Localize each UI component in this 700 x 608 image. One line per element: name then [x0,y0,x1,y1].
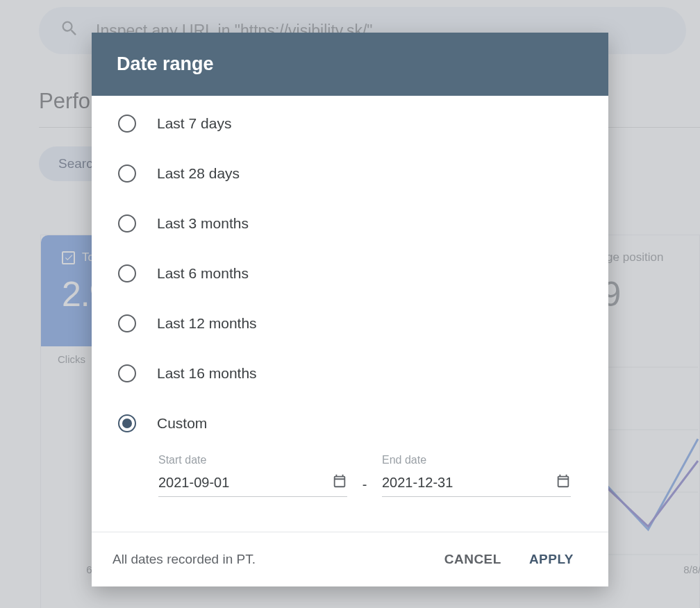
radio-option-custom[interactable]: Custom [118,398,608,448]
radio-unchecked-icon [118,164,136,183]
radio-unchecked-icon [118,115,136,133]
calendar-icon[interactable] [556,473,571,492]
custom-date-fields: Start date 2021-09-01 - End date 2021-12… [118,454,608,497]
end-date-value[interactable]: 2021-12-31 [382,475,556,491]
radio-label: Last 16 months [157,365,257,382]
end-date-field[interactable]: End date 2021-12-31 [382,454,571,497]
radio-unchecked-icon [118,214,136,233]
calendar-icon[interactable] [332,473,347,492]
radio-option-last-28-days[interactable]: Last 28 days [118,149,608,199]
radio-option-last-7-days[interactable]: Last 7 days [118,99,608,149]
timezone-note: All dates recorded in PT. [112,552,431,567]
radio-unchecked-icon [118,264,136,282]
radio-label: Last 12 months [157,315,257,332]
radio-unchecked-icon [118,314,136,332]
cancel-button[interactable]: CANCEL [431,546,515,573]
dialog-title: Date range [92,33,608,96]
radio-checked-icon [118,414,136,432]
apply-button[interactable]: APPLY [515,546,588,573]
radio-unchecked-icon [118,364,136,382]
dialog-footer: All dates recorded in PT. CANCEL APPLY [92,532,608,586]
radio-option-last-16-months[interactable]: Last 16 months [118,348,608,398]
radio-label: Last 28 days [157,165,240,182]
start-date-value[interactable]: 2021-09-01 [158,475,332,491]
radio-option-last-3-months[interactable]: Last 3 months [118,199,608,248]
radio-label: Custom [157,415,207,432]
radio-label: Last 7 days [157,115,231,132]
date-range-dialog: Date range Last 7 daysLast 28 daysLast 3… [92,33,608,586]
radio-option-last-12-months[interactable]: Last 12 months [118,298,608,348]
radio-label: Last 6 months [157,265,249,282]
dialog-body[interactable]: Last 7 daysLast 28 daysLast 3 monthsLast… [92,96,608,532]
start-date-label: Start date [158,454,347,466]
end-date-label: End date [382,454,571,466]
start-date-field[interactable]: Start date 2021-09-01 [158,454,347,497]
date-range-separator: - [358,477,372,497]
radio-option-last-6-months[interactable]: Last 6 months [118,248,608,298]
radio-label: Last 3 months [157,215,249,232]
